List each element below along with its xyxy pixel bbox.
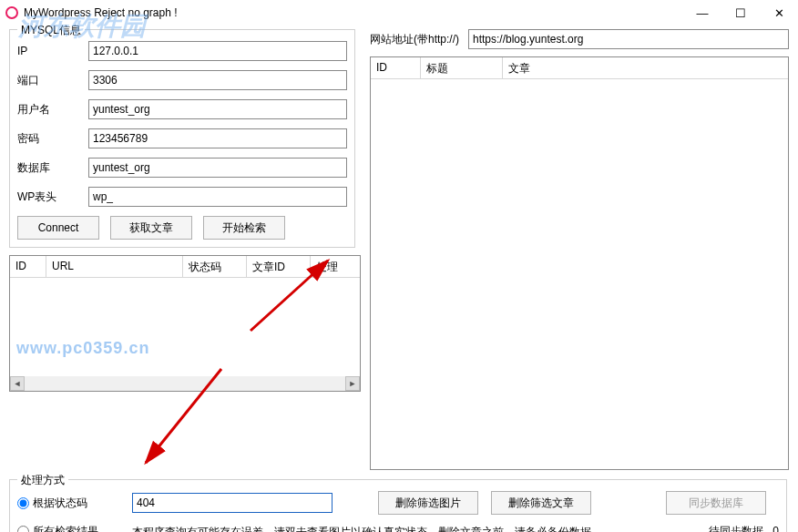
col-r-article[interactable]: 文章	[503, 57, 788, 78]
fetch-articles-button[interactable]: 获取文章	[110, 216, 192, 240]
results-body	[10, 278, 360, 376]
col-status[interactable]: 状态码	[183, 256, 247, 277]
scroll-left-button[interactable]: ◄	[10, 376, 25, 391]
col-id[interactable]: ID	[10, 256, 46, 277]
col-process[interactable]: 处理	[311, 256, 360, 277]
radio-all-results-label: 所有检索结果	[33, 524, 98, 532]
database-label: 数据库	[17, 160, 88, 176]
sync-database-button[interactable]: 同步数据库	[666, 491, 766, 515]
close-button[interactable]: ✕	[760, 0, 798, 26]
process-group-title: 处理方式	[17, 473, 68, 488]
articles-body	[371, 79, 788, 471]
start-search-button[interactable]: 开始检索	[203, 216, 285, 240]
site-address-input[interactable]	[468, 29, 789, 49]
results-header: ID URL 状态码 文章ID 处理	[10, 256, 360, 278]
status-code-input[interactable]	[132, 493, 332, 513]
app-icon	[5, 6, 18, 19]
pending-sync-count: 0	[772, 525, 779, 532]
articles-listview[interactable]: ID 标题 文章	[370, 56, 789, 470]
maximize-button[interactable]: ☐	[721, 0, 760, 26]
process-group: 处理方式 根据状态码 删除筛选图片 删除筛选文章 同步数据库 所有检索结果 本程…	[9, 479, 787, 532]
radio-by-status[interactable]	[17, 497, 29, 509]
radio-all-results[interactable]	[17, 526, 29, 532]
minimize-button[interactable]: —	[683, 0, 721, 26]
site-address-label: 网站地址(带http://)	[370, 32, 459, 47]
title-bar: MyWordpress Reject no graph ! — ☐ ✕	[0, 0, 798, 26]
username-input[interactable]	[88, 99, 347, 119]
col-article-id[interactable]: 文章ID	[247, 256, 311, 277]
pending-sync-label: 待同步数据	[709, 525, 763, 532]
horizontal-scrollbar[interactable]: ◄ ►	[10, 376, 360, 391]
ip-label: IP	[17, 45, 88, 57]
radio-by-status-label: 根据状态码	[33, 496, 87, 511]
port-label: 端口	[17, 73, 88, 88]
password-input[interactable]	[88, 128, 347, 148]
username-label: 用户名	[17, 102, 88, 118]
window-title: MyWordpress Reject no graph !	[24, 6, 178, 19]
col-r-title[interactable]: 标题	[421, 57, 503, 78]
database-input[interactable]	[88, 158, 347, 178]
results-listview[interactable]: ID URL 状态码 文章ID 处理 ◄ ►	[9, 255, 361, 392]
pending-sync-info: 待同步数据 0	[709, 524, 779, 532]
mysql-group-title: MYSQL信息	[17, 23, 85, 38]
help-text: 本程序查询有可能存在误差，请双击查看图片以确认真实状态。删除文章之前，请务必备份…	[132, 524, 597, 532]
password-label: 密码	[17, 131, 88, 147]
mysql-info-group: MYSQL信息 IP 端口 用户名 密码 数据库	[9, 29, 355, 248]
ip-input[interactable]	[88, 41, 347, 61]
col-r-id[interactable]: ID	[371, 57, 421, 78]
delete-filtered-articles-button[interactable]: 删除筛选文章	[491, 491, 591, 515]
connect-button[interactable]: Connect	[17, 216, 99, 240]
scroll-right-button[interactable]: ►	[345, 376, 360, 391]
col-url[interactable]: URL	[46, 256, 183, 277]
window-controls: — ☐ ✕	[683, 0, 798, 26]
delete-filtered-images-button[interactable]: 删除筛选图片	[378, 491, 478, 515]
prefix-input[interactable]	[88, 187, 347, 207]
prefix-label: WP表头	[17, 189, 88, 205]
port-input[interactable]	[88, 70, 347, 90]
scroll-track[interactable]	[25, 376, 345, 391]
articles-header: ID 标题 文章	[371, 57, 788, 79]
